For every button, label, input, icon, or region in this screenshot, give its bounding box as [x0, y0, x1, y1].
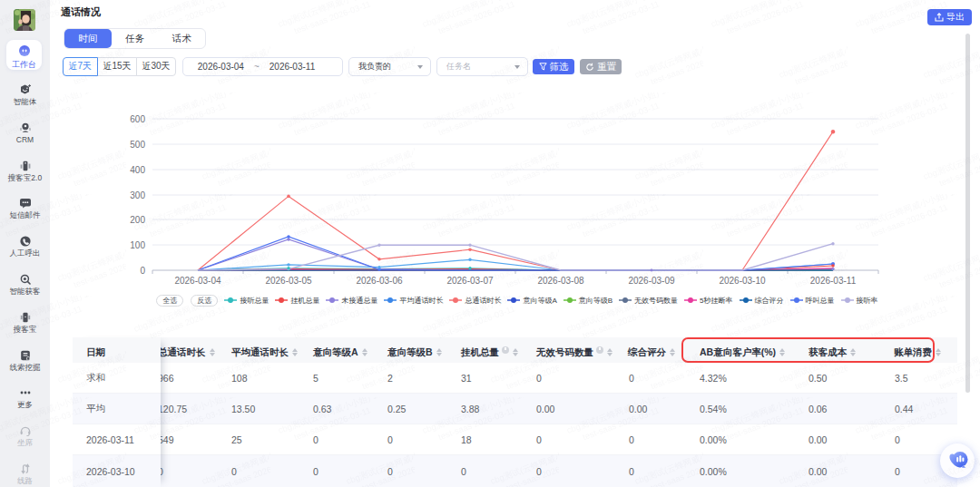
svg-text:200: 200: [130, 215, 145, 225]
svg-text:600: 600: [130, 114, 145, 124]
svg-text:2026-03-11: 2026-03-11: [810, 276, 857, 286]
svg-text:0: 0: [140, 266, 145, 276]
svg-text:2026-03-10: 2026-03-10: [719, 276, 766, 286]
svg-text:2026-03-04: 2026-03-04: [174, 276, 221, 286]
svg-text:2026-03-09: 2026-03-09: [628, 276, 675, 286]
svg-text:500: 500: [130, 140, 145, 150]
svg-text:2026-03-08: 2026-03-08: [537, 276, 584, 286]
svg-text:400: 400: [130, 165, 145, 175]
svg-text:100: 100: [130, 240, 145, 250]
svg-text:300: 300: [130, 190, 145, 200]
svg-text:2026-03-05: 2026-03-05: [265, 276, 312, 286]
svg-text:2026-03-06: 2026-03-06: [356, 276, 403, 286]
svg-text:2026-03-07: 2026-03-07: [446, 276, 494, 286]
